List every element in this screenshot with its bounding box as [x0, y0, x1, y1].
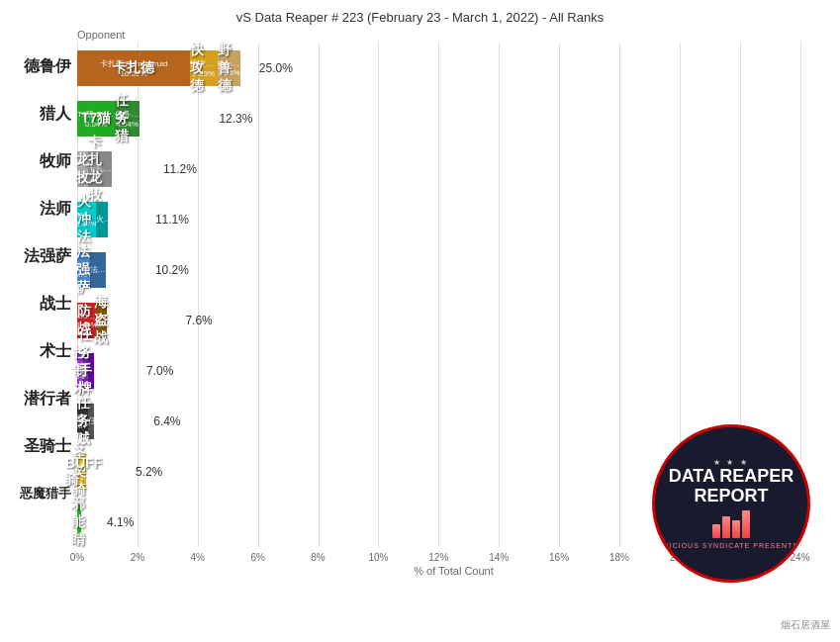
x-tick: 0% [70, 552, 84, 563]
logo-circle: ★ ★ ★ DATA REAPER REPORT VICIOUS SYNDICA… [652, 424, 810, 583]
logo-bars [664, 510, 798, 538]
y-label: 术士 [10, 327, 77, 375]
bar-segment: Quest Warrior2.87% [96, 303, 108, 338]
seg-pct-label: 6.47% [77, 220, 96, 229]
seg-en-label: Quest Rogue [77, 413, 88, 421]
logo-bar-4 [742, 510, 750, 538]
bar-segment: Beast Druid3.26% [218, 50, 240, 86]
logo-inner: ★ ★ ★ DATA REAPER REPORT VICIOUS SYNDICA… [664, 458, 798, 549]
seg-en-label: BUFF骑 [82, 462, 86, 473]
bar-segment: Quest Rogue3.97% [77, 404, 88, 439]
seg-en-label: T7猫 Face Hunter [77, 109, 115, 120]
x-tick: 8% [311, 552, 325, 563]
bar-row: 卡扎德 Ramp Druid16.02%快攻德 Taunt Druid3.89%… [77, 45, 830, 92]
y-label: 潜行者 [10, 375, 77, 422]
bar-row: T7猫 Face Hunter6.94%任务猎 Quest Hunter4.54… [77, 95, 830, 142]
row-total: 7.6% [185, 314, 212, 327]
row-total: 12.3% [219, 112, 252, 126]
y-axis: 德鲁伊猎人牧师法师法强萨战士术士潜行者圣骑士恶魔猎手 [10, 43, 77, 577]
x-tick: 10% [368, 552, 388, 563]
bar-segment: 卡扎龙牧 [88, 151, 112, 187]
bar-inner: Wildfire Mage6.47%火冲法火冲法 [77, 202, 149, 237]
y-label: 圣骑士 [10, 422, 77, 470]
seg-en-label: 火冲法 [96, 214, 108, 225]
seg-pct-label: 3.97% [77, 421, 88, 430]
bar-inner: Dragon Priest3.35%卡扎龙牧龙牧卡扎龙牧 [77, 151, 157, 187]
opponent-label: Opponent [77, 29, 830, 41]
row-total: 7.0% [146, 364, 173, 378]
chart-container: vS Data Reaper # 223 (February 23 - Marc… [0, 0, 840, 642]
seg-pct-label: 3.26% [218, 68, 240, 77]
row-total: 25.0% [259, 61, 293, 75]
seg-en-label: 卡扎德 Ramp Druid [100, 58, 168, 69]
seg-en-label: 快攻德 Taunt Druid [190, 58, 218, 69]
bar-segment: BUFF骑1.68% [82, 454, 86, 490]
bar-row: Burn Shaman4.30%法强萨法强萨10.2% [77, 246, 830, 294]
seg-en-label: 卡扎龙牧 [88, 163, 112, 174]
bar-segment: Dragon Priest3.35% [77, 151, 88, 187]
row-total: 4.1% [107, 515, 134, 529]
logo-bar-2 [722, 516, 730, 538]
y-label: 德鲁伊 [10, 43, 77, 90]
bar-segment: 火冲法 [96, 202, 108, 237]
y-label: 战士 [10, 280, 77, 327]
chart-title: vS Data Reaper # 223 (February 23 - Marc… [10, 10, 830, 25]
seg-pct-label: 2.87% [96, 321, 108, 329]
x-tick: 16% [549, 552, 569, 563]
y-label: 牧师 [10, 138, 77, 185]
seg-en-label: 任务猎 Quest Hunter [115, 109, 140, 120]
bar-inner: 卡扎德 Ramp Druid16.02%快攻德 Taunt Druid3.89%… [77, 50, 253, 86]
seg-pct-label: 3.89% [192, 69, 215, 78]
row-total: 10.2% [155, 263, 189, 277]
bar-inner: 控制术2.34%任务手牌术1.94%控制木任务手牌术 [77, 353, 140, 389]
bar-segment [88, 353, 94, 389]
logo-area: ★ ★ ★ DATA REAPER REPORT VICIOUS SYNDICA… [652, 424, 810, 583]
row-total: 6.4% [153, 414, 180, 428]
y-label: 法师 [10, 185, 77, 232]
bar-segment: 任务猎 Quest Hunter4.54% [115, 101, 140, 137]
bar-inner: 圣契骑2.35%BUFF骑1.68%圣契骑BUFF骑 [77, 454, 130, 490]
x-tick: 4% [191, 552, 205, 563]
logo-main: DATA REAPER [664, 467, 798, 487]
bar-segment: T7猫 Face Hunter6.94% [77, 101, 115, 137]
seg-en-label: Control Warrior [77, 312, 96, 321]
x-tick: 6% [250, 552, 264, 563]
seg-en-label: 任务贼 [88, 415, 94, 426]
row-total: 11.2% [163, 162, 197, 176]
bar-inner: T7猫 Face Hunter6.94%任务猎 Quest Hunter4.54… [77, 101, 213, 137]
seg-pct-label: 1.68% [82, 473, 86, 482]
bar-segment: Wildfire Mage6.47% [77, 202, 96, 237]
bar-segment: 法强萨 [90, 252, 106, 288]
seg-en-label: Beast Druid [218, 59, 240, 68]
seg-pct-label: 4.54% [116, 120, 139, 129]
bar-row: 控制术2.34%任务手牌术1.94%控制木任务手牌术7.0% [77, 347, 830, 395]
bar-row: Dragon Priest3.35%卡扎龙牧龙牧卡扎龙牧11.2% [77, 145, 830, 193]
seg-pct-label: 16.02% [120, 69, 146, 78]
logo-bar-1 [712, 524, 720, 538]
bar-inner: Burn Shaman4.30%法强萨法强萨 [77, 252, 149, 288]
x-tick: 14% [489, 552, 509, 563]
bar-segment: 卡扎德 Ramp Druid16.02% [77, 50, 190, 86]
seg-en-label: 法强萨 [90, 264, 106, 275]
bar-inner: Control Warrior4.48%Quest Warrior2.87%防战… [77, 303, 179, 338]
seg-pct-label: 6.94% [85, 120, 108, 129]
logo-main2: REPORT [664, 487, 798, 506]
bar-segment: Burn Shaman4.30% [77, 252, 90, 288]
y-label: 恶魔猎手 [10, 470, 77, 517]
seg-en-label: Quest Warrior [96, 312, 108, 321]
x-tick: 2% [131, 552, 144, 563]
bar-segment: Control Warrior4.48% [77, 303, 96, 338]
y-label: 法强萨 [10, 232, 77, 280]
bar-segment [78, 504, 80, 540]
watermark: 烟石居酒屋 [781, 618, 830, 632]
bar-segment: 任务贼 [88, 404, 94, 439]
bar-inner: 邪能睛1.32%邪能睛 [77, 504, 101, 540]
seg-pct-label: 4.30% [77, 270, 90, 279]
logo-bar-3 [732, 520, 740, 538]
x-tick: 12% [428, 552, 448, 563]
logo-sub: VICIOUS SYNDICATE PRESENTS [664, 542, 798, 549]
bar-inner: Quest Rogue3.97%任务贼任务贼 [77, 404, 147, 439]
bar-row: Control Warrior4.48%Quest Warrior2.87%防战… [77, 297, 830, 344]
bar-segment: 快攻德 Taunt Druid3.89% [190, 50, 218, 86]
seg-pct-label: 4.48% [77, 321, 96, 329]
